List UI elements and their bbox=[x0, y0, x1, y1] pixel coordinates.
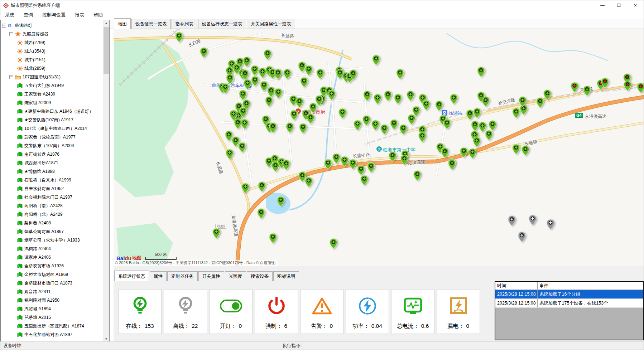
tree-item[interactable]: 五里派出所（富源汽配）A1874 bbox=[1, 322, 103, 330]
map-marker-online[interactable] bbox=[408, 114, 415, 126]
map-marker-online[interactable] bbox=[384, 91, 392, 103]
menu-item-查询[interactable]: 查询 bbox=[19, 10, 38, 20]
map-marker-online[interactable] bbox=[363, 91, 371, 103]
tree-item[interactable]: 107国道沿线(31/31) bbox=[1, 73, 103, 81]
map-marker-offline[interactable] bbox=[547, 219, 554, 231]
map-marker-online[interactable] bbox=[257, 208, 265, 220]
map-marker-online[interactable] bbox=[338, 108, 346, 120]
map-marker-online[interactable] bbox=[282, 160, 290, 172]
map-marker-online[interactable] bbox=[394, 94, 402, 106]
tree-item[interactable]: 南正街转盘 A1876 bbox=[1, 150, 103, 159]
tree-item[interactable]: ★博物馆 A1888 bbox=[1, 167, 103, 176]
map-marker-online[interactable] bbox=[260, 81, 268, 93]
map-marker-online[interactable] bbox=[226, 149, 234, 161]
map-marker-online[interactable] bbox=[522, 145, 529, 157]
tree-item[interactable]: 城西派出所A1871 bbox=[1, 159, 103, 167]
map-marker-online[interactable] bbox=[241, 69, 249, 82]
tree-item[interactable]: 城西(2799) bbox=[1, 38, 103, 47]
map-marker-online[interactable] bbox=[200, 47, 208, 59]
map-marker-online[interactable] bbox=[477, 92, 485, 104]
map-marker-online[interactable] bbox=[536, 97, 544, 110]
map-marker-online[interactable] bbox=[238, 142, 246, 154]
map-marker-online[interactable] bbox=[367, 162, 375, 174]
tab-开关回路属性一览表[interactable]: 开关回路属性一览表 bbox=[247, 19, 295, 29]
tree-item[interactable]: 福利院对面 A1950 bbox=[1, 296, 103, 305]
tree-item[interactable]: 金桥大市场对面 A1869 bbox=[1, 270, 103, 279]
map-marker-online[interactable] bbox=[305, 177, 313, 189]
tree-item[interactable]: 中石化加油站对面 A1897 bbox=[1, 330, 103, 339]
map-marker-online[interactable] bbox=[330, 238, 337, 251]
event-log[interactable]: 时间事件2025/3/28 12:15:08系统加载了16个分组2025/3/2… bbox=[495, 281, 644, 340]
map-marker-online[interactable] bbox=[290, 110, 298, 122]
map-marker-online[interactable] bbox=[241, 183, 249, 195]
tab-图标说明[interactable]: 图标说明 bbox=[273, 271, 299, 281]
map-marker-online[interactable] bbox=[265, 96, 273, 108]
map-marker-online[interactable] bbox=[269, 122, 277, 135]
maximize-button[interactable]: ☐ bbox=[611, 0, 627, 10]
close-button[interactable]: ✕ bbox=[627, 0, 644, 10]
map-marker-online[interactable] bbox=[243, 57, 251, 69]
tab-开关属性[interactable]: 开关属性 bbox=[198, 271, 224, 281]
tree-item[interactable]: 芭茅塘 A2015 bbox=[1, 313, 103, 322]
map-marker-online[interactable] bbox=[448, 159, 456, 171]
event-log-row[interactable]: 2025/3/28 12:15:08系统加载了16个分组 bbox=[495, 290, 643, 299]
map-marker-online[interactable] bbox=[264, 49, 271, 62]
map-marker-online[interactable] bbox=[418, 132, 426, 144]
map-marker-online[interactable] bbox=[485, 130, 493, 142]
map-marker-online[interactable] bbox=[212, 228, 220, 240]
tree-expander-icon[interactable] bbox=[2, 24, 6, 28]
map-marker-offline[interactable] bbox=[508, 215, 516, 228]
menu-item-系统[interactable]: 系统 bbox=[0, 10, 19, 20]
tree-item[interactable]: 城东(3543) bbox=[1, 47, 103, 55]
tree-expander-icon[interactable] bbox=[9, 32, 13, 36]
map-marker-online[interactable] bbox=[473, 108, 481, 120]
map-marker-online[interactable] bbox=[316, 69, 324, 81]
tab-设备信息一览表[interactable]: 设备信息一览表 bbox=[131, 19, 171, 29]
scroll-up-icon[interactable]: ▲ bbox=[103, 20, 109, 26]
tree-item[interactable]: 城中(2151) bbox=[1, 55, 103, 64]
map-marker-offline[interactable] bbox=[518, 232, 526, 244]
map-marker-online[interactable] bbox=[407, 91, 414, 103]
map-marker-online[interactable] bbox=[399, 124, 407, 136]
tab-指令列表[interactable]: 指令列表 bbox=[172, 19, 197, 29]
tree-item[interactable]: 陈家组 A2009 bbox=[1, 98, 103, 107]
tree-item[interactable]: 鸿鹤路 A2404 bbox=[1, 244, 103, 253]
map-marker-online[interactable] bbox=[460, 147, 468, 159]
tree-item[interactable]: ★交警队西(107南) A1917 bbox=[1, 116, 103, 124]
map-marker-online[interactable] bbox=[241, 119, 249, 131]
tree-expander-icon[interactable] bbox=[9, 75, 13, 79]
tree-item[interactable]: 汽贸城 A1894 bbox=[1, 305, 103, 313]
tree-item[interactable]: 向阳桥（南）A2428 bbox=[1, 201, 103, 210]
map-marker-online[interactable] bbox=[274, 88, 282, 100]
map-marker-online[interactable] bbox=[354, 120, 361, 132]
map-marker-online[interactable] bbox=[328, 90, 336, 102]
map-marker-forced[interactable] bbox=[624, 81, 631, 93]
tree-item[interactable]: ★建新中路路口东 A1946（辅道灯） bbox=[1, 107, 103, 116]
tree-item[interactable]: 烟草公司对面 A1867 bbox=[1, 227, 103, 236]
tab-设备运行状态一览表[interactable]: 设备运行状态一览表 bbox=[198, 19, 246, 29]
map-marker-online[interactable] bbox=[175, 32, 183, 44]
map-marker-online[interactable] bbox=[435, 101, 443, 113]
map-marker-online[interactable] bbox=[274, 69, 282, 81]
map-marker-online[interactable] bbox=[374, 94, 381, 106]
tree-item[interactable]: G临湘路灯 bbox=[1, 21, 103, 30]
map-marker-online[interactable] bbox=[283, 69, 291, 81]
map-marker-online[interactable] bbox=[307, 113, 314, 126]
tree-item[interactable]: 烟草公司（求知中学）A1933 bbox=[1, 236, 103, 244]
map-marker-online[interactable] bbox=[543, 89, 551, 102]
map-marker-online[interactable] bbox=[443, 119, 451, 131]
tree-item[interactable]: 社会福利院大门口 A1907 bbox=[1, 193, 103, 201]
map-marker-forced[interactable] bbox=[601, 78, 609, 90]
map-marker-online[interactable] bbox=[390, 119, 398, 131]
tree-item[interactable]: 五尖山大门东 A1949 bbox=[1, 81, 103, 90]
map-marker-online[interactable] bbox=[441, 147, 449, 160]
map-marker-online[interactable] bbox=[468, 148, 476, 160]
map-marker-online[interactable] bbox=[371, 120, 379, 132]
map-marker-online[interactable] bbox=[400, 155, 408, 167]
map-marker-online[interactable] bbox=[341, 156, 349, 168]
tree-item[interactable]: 金桥农贸市场 A1926 bbox=[1, 262, 103, 270]
tab-属性[interactable]: 属性 bbox=[150, 271, 167, 281]
tab-光照度[interactable]: 光照度 bbox=[225, 271, 246, 281]
map-marker-online[interactable] bbox=[389, 151, 397, 164]
tree-item[interactable]: 107北（建新中路路口西）A2014 bbox=[1, 124, 103, 133]
